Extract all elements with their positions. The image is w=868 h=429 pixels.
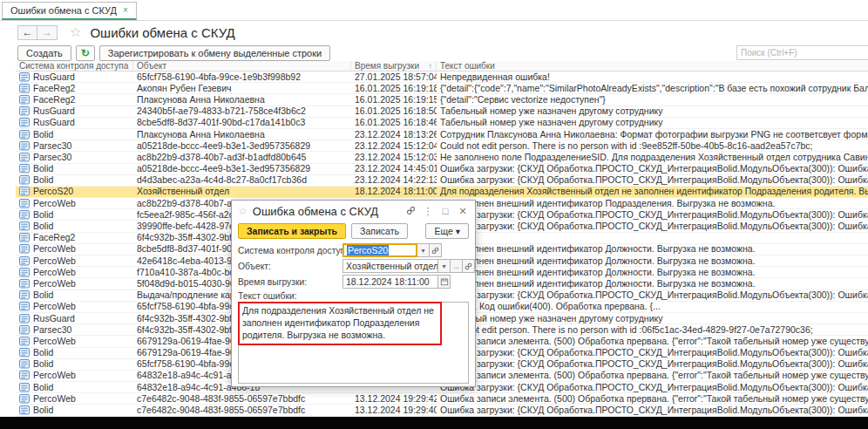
catalog-item-icon [19,153,30,162]
time-field-input[interactable]: 18.12.2024 18:11:00 [342,275,438,289]
table-row[interactable]: Parsec30a05218de-bccc-4ee9-b3e1-3ed95735… [16,140,868,152]
cell-system: Bolid [16,221,133,231]
system-name: Bolid [33,382,53,392]
column-header-time[interactable]: Время выгрузки ↑ [351,61,437,71]
app-window: Ошибки обмена с СКУД × ← → ☆ Ошибки обме… [0,0,868,429]
object-field-input[interactable]: Хозяйственный отдел [342,259,438,273]
system-name: Bolid [33,129,53,140]
cell-time: 23.12.2024 15:12:03 [351,152,437,162]
toolbar: Создать ↻ Зарегистрировать к обмену выде… [0,44,868,63]
catalog-item-icon [19,405,30,415]
table-row[interactable]: Bolida05218de-bccc-4ee9-b3e1-3ed95735682… [16,164,868,175]
system-name: Bolid [33,164,53,174]
catalog-item-icon [19,348,30,358]
table-row[interactable]: RusGuard24340b5f-ae79-4833-b721-758ce4f3… [16,106,868,118]
catalog-item-icon [19,383,30,392]
more-button[interactable]: Еще ▾ [425,223,469,239]
save-button[interactable]: Записать [351,223,408,239]
table-row[interactable]: PercoWebc7e6482c-9048-483f-9855-06597e7b… [16,393,868,405]
system-name: FaceReg2 [33,83,75,93]
table-row[interactable]: Parsec30ac8b22b9-d378-40b7-ad3f-b1adfd80… [16,152,868,163]
forward-arrow-icon: → [42,26,52,38]
refresh-button[interactable]: ↻ [76,45,95,61]
catalog-item-icon [19,130,30,140]
table-row[interactable]: Bolidc7e6482c-9048-483f-9855-06597e7bbdf… [16,405,868,416]
title-row: ← → ☆ Ошибки обмена с СКУД [0,21,868,44]
error-text-value: Для подразделения Хозяйственный отдел не… [242,305,434,340]
error-text-label: Текст ошибки: [232,289,475,302]
catalog-item-icon [19,221,30,231]
error-annotation-box: Для подразделения Хозяйственный отдел не… [238,302,442,345]
back-button[interactable]: ← [17,25,37,40]
cell-system: PercoWeb [16,278,133,289]
cell-error: Не заполнен внешний идентификатор Должно… [437,267,868,277]
table-row[interactable]: BolidПлаксунова Анна Николаевна23.12.202… [16,129,868,140]
forward-button[interactable]: → [37,25,58,40]
system-name: PercoWeb [33,336,76,346]
column-header-object[interactable]: Объект [133,61,351,71]
tab-close-icon[interactable]: × [123,6,128,15]
column-header-system[interactable]: Система контроля доступа [16,61,133,71]
cell-system: PercoWeb [16,336,133,346]
system-name: PercoWeb [33,267,76,277]
catalog-item-icon [19,359,30,369]
cell-object: 8cbe5df8-8d37-401f-90bd-c17da141b0c3 [133,118,351,128]
system-name: Bolid [33,209,53,220]
table-row[interactable]: PercoS20Хозяйственный отдел18.12.2024 18… [16,187,868,198]
cell-error: Ошибка записи элемента. (500) Обработка … [437,336,868,346]
tab-label: Ошибки обмена с СКУД [10,5,117,16]
catalog-item-icon [19,302,30,311]
catalog-item-icon [19,337,30,346]
cell-system: RusGuard [16,118,133,128]
close-icon[interactable]: ✕ [457,207,469,216]
error-text-area[interactable]: Для подразделения Хозяйственный отдел не… [238,302,469,384]
table-row[interactable]: Bolidd4d3abec-a23a-4c4d-8c27-8a0cf17cb36… [16,175,868,187]
system-name: Bolid [33,175,53,186]
cell-error: Ошибка загрузки: {СКУД Обработка.ПРОСТО_… [437,359,868,370]
cell-error: Не заполнен внешний идентификатор Подраз… [437,198,868,208]
get-link-icon[interactable] [404,206,417,217]
system-dropdown-icon[interactable]: ▾ [417,243,430,257]
object-dropdown-icon[interactable]: ▾ [438,259,451,273]
page-title: Ошибки обмена с СКУД [90,25,234,40]
register-selected-button[interactable]: Зарегистрировать к обмену выделенные стр… [99,45,330,61]
catalog-item-icon [19,325,30,335]
cell-system: RusGuard [16,72,133,82]
favorite-star-icon[interactable]: ☆ [70,24,81,40]
object-link-icon[interactable] [463,259,475,273]
calendar-icon[interactable] [438,275,451,289]
tab-errors-exchange[interactable]: Ошибки обмена с СКУД × [2,2,137,20]
create-button[interactable]: Создать [17,45,71,61]
system-field-input[interactable]: PercoS20 [342,243,417,257]
system-name: Bolid [33,221,53,231]
dialog-favorite-star-icon[interactable]: ☆ [238,205,248,217]
table-row[interactable]: RusGuard65fcf758-6190-4bfa-99ce-1e9b3f99… [16,72,868,83]
cell-system: PercoWeb [16,198,133,208]
cell-time: 16.01.2025 16:19:15 [351,94,437,105]
cell-time: 18.12.2024 18:11:00 [351,187,437,197]
catalog-item-icon [19,141,30,151]
search-input[interactable] [736,45,868,60]
save-and-close-button[interactable]: Записать и закрыть [238,223,346,239]
cell-system: RusGuard [16,313,133,323]
cell-object: a05218de-bccc-4ee9-b3e1-3ed957356829 [133,164,351,174]
column-header-error[interactable]: Текст ошибки [437,61,868,71]
cell-system: Bolid [16,348,133,358]
maximize-icon[interactable]: □ [439,207,451,216]
object-ellipsis-icon[interactable]: ... [451,259,463,273]
catalog-item-icon [19,106,30,116]
sort-asc-icon: ↑ [429,62,433,71]
system-name: PercoWeb [33,302,76,312]
cell-error: Не заполнен внешний идентификатор Должно… [437,244,868,255]
dialog-menu-icon[interactable]: ⋮ [422,207,434,216]
catalog-item-icon [19,95,30,105]
table-row[interactable]: FaceReg2Плаксунова Анна Николаевна16.01.… [16,94,868,106]
cell-error: Ошибка загрузки: {СКУД Обработка.ПРОСТО_… [437,164,868,174]
table-row[interactable]: FaceReg2Акопян Рубен Гезевич16.01.2025 1… [16,83,868,94]
system-link-icon[interactable] [430,243,442,257]
cell-object: a05218de-bccc-4ee9-b3e1-3ed957356829 [133,140,351,151]
table-row[interactable]: RusGuard8cbe5df8-8d37-401f-90bd-c17da141… [16,118,868,129]
cell-object: Хозяйственный отдел [133,187,351,197]
cell-error: Ошибка загрузки: {СКУД Обработка.ПРОСТО_… [437,382,868,392]
cell-object: c7e6482c-9048-483f-9855-06597e7bbdfc [133,393,351,404]
